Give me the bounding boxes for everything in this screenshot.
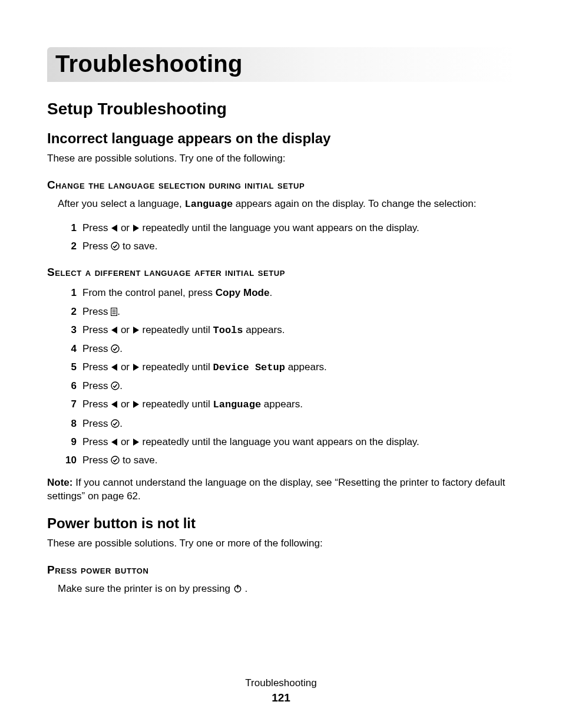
text: .	[117, 306, 120, 317]
left-arrow-icon	[111, 438, 118, 446]
text: appears.	[261, 398, 303, 410]
power-icon	[233, 584, 242, 593]
heading-press-power-button: Press power button	[47, 564, 515, 577]
steps-list: 1 From the control panel, press Copy Mod…	[58, 285, 515, 468]
right-arrow-icon	[133, 400, 140, 409]
left-arrow-icon	[111, 363, 118, 371]
step: 8 Press .	[58, 416, 515, 431]
text: Press	[82, 361, 111, 373]
text: Press	[82, 398, 111, 410]
step-content: Press or repeatedly until Tools appears.	[82, 322, 515, 338]
text: .	[120, 343, 123, 354]
copy-mode-label: Copy Mode	[216, 287, 270, 298]
intro-text: After you select a language, Language ap…	[58, 197, 515, 212]
text: Press	[82, 454, 111, 466]
text: appears.	[285, 361, 327, 373]
step-number: 9	[58, 434, 77, 450]
step-content: Press .	[82, 304, 515, 319]
text: .	[120, 418, 123, 429]
right-arrow-icon	[133, 224, 140, 232]
language-label: Language	[184, 199, 233, 210]
text: Press	[82, 222, 111, 233]
step-content: Press to save.	[82, 238, 515, 254]
step: 9 Press or repeatedly until the language…	[58, 434, 515, 450]
text: .	[120, 380, 123, 391]
block-change-language-initial: After you select a language, Language ap…	[58, 197, 515, 254]
block-select-language-after: 1 From the control panel, press Copy Mod…	[58, 285, 515, 468]
text: Press	[82, 241, 111, 252]
text: repeatedly until	[140, 361, 213, 373]
footer-title: Troubleshooting	[0, 677, 562, 689]
text: Press	[82, 306, 111, 317]
text: or	[118, 436, 133, 447]
right-arrow-icon	[133, 363, 140, 371]
left-arrow-icon	[111, 326, 118, 334]
text: .	[269, 287, 272, 298]
step: 7 Press or repeatedly until Language app…	[58, 396, 515, 413]
language-label: Language	[213, 399, 262, 410]
text: or	[118, 222, 133, 233]
block-press-power-button: Make sure the printer is on by pressing …	[58, 582, 515, 596]
text: .	[242, 583, 247, 594]
select-check-icon	[111, 381, 120, 390]
step-number: 8	[58, 416, 77, 431]
text: appears again on the display. To change …	[233, 198, 476, 209]
step-content: Press or repeatedly until the language y…	[82, 220, 515, 236]
page: Troubleshooting Setup Troubleshooting In…	[0, 0, 562, 728]
step-number: 2	[58, 238, 77, 254]
text: repeatedly until the language you want a…	[140, 222, 419, 233]
step-content: Press .	[82, 416, 515, 431]
step: 10 Press to save.	[58, 452, 515, 468]
step-content: Press .	[82, 378, 515, 394]
steps-list: 1 Press or repeatedly until the language…	[58, 220, 515, 254]
body-text: Make sure the printer is on by pressing …	[58, 582, 515, 596]
text: Press	[82, 436, 111, 447]
step-number: 4	[58, 341, 77, 357]
step-content: Press or repeatedly until Language appea…	[82, 396, 515, 413]
text: After you select a language,	[58, 198, 184, 209]
section-setup-troubleshooting: Setup Troubleshooting	[47, 100, 515, 118]
select-check-icon	[111, 419, 120, 428]
note-text: If you cannot understand the language on…	[47, 477, 505, 502]
step: 1 From the control panel, press Copy Mod…	[58, 285, 515, 301]
tools-label: Tools	[213, 325, 243, 336]
text: Press	[82, 343, 111, 354]
right-arrow-icon	[133, 326, 140, 334]
step-content: Press to save.	[82, 452, 515, 468]
text: From the control panel, press	[82, 287, 216, 298]
device-setup-label: Device Setup	[213, 362, 285, 373]
text: or	[118, 398, 133, 410]
text: repeatedly until	[140, 398, 213, 410]
left-arrow-icon	[111, 224, 118, 232]
text: Press	[82, 380, 111, 391]
menu-icon	[111, 308, 117, 316]
note: Note: If you cannot understand the langu…	[47, 476, 515, 503]
text: Make sure the printer is on by pressing	[58, 583, 233, 594]
note-label: Note:	[47, 477, 72, 488]
select-check-icon	[111, 456, 120, 465]
step-content: From the control panel, press Copy Mode.	[82, 285, 515, 301]
step: 2 Press .	[58, 304, 515, 319]
step-number: 7	[58, 396, 77, 412]
step: 3 Press or repeatedly until Tools appear…	[58, 322, 515, 338]
right-arrow-icon	[133, 438, 140, 446]
step-content: Press .	[82, 341, 515, 357]
step: 1 Press or repeatedly until the language…	[58, 220, 515, 236]
heading-change-language-initial: Change the language selection during ini…	[47, 179, 515, 192]
step-number: 1	[58, 220, 77, 236]
left-arrow-icon	[111, 400, 118, 409]
step: 2 Press to save.	[58, 238, 515, 254]
lead-text: These are possible solutions. Try one or…	[47, 538, 515, 549]
select-check-icon	[111, 242, 120, 251]
chapter-title: Troubleshooting	[47, 47, 515, 82]
text: or	[118, 361, 133, 373]
subsection-incorrect-language: Incorrect language appears on the displa…	[47, 130, 515, 147]
page-number: 121	[0, 691, 562, 704]
heading-select-language-after: Select a different language after initia…	[47, 266, 515, 279]
text: repeatedly until	[140, 324, 213, 335]
subsection-power-button: Power button is not lit	[47, 515, 515, 532]
step-number: 10	[58, 452, 77, 468]
step-content: Press or repeatedly until Device Setup a…	[82, 359, 515, 375]
step: 4 Press .	[58, 341, 515, 357]
step: 5 Press or repeatedly until Device Setup…	[58, 359, 515, 375]
